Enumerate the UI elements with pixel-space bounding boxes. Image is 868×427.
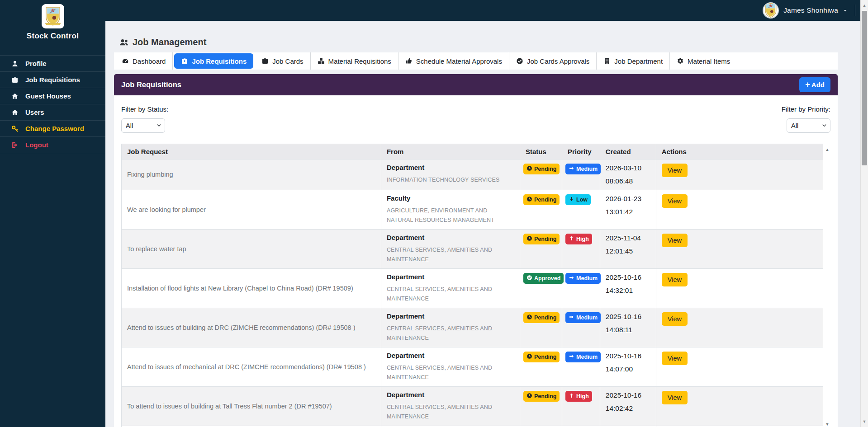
priority-badge: Low [565, 194, 591, 205]
logout-icon [11, 141, 19, 149]
column-header-job-request[interactable]: Job Request [122, 144, 381, 160]
status-cell: Pending [520, 387, 562, 426]
priority-badge: Medium [565, 352, 601, 362]
status-filter-label: Filter by Status: [121, 105, 168, 113]
topbar-divider [855, 5, 855, 16]
sidebar-item-label: Job Requisitions [25, 76, 80, 84]
tab-material-items[interactable]: Material Items [670, 52, 737, 70]
view-button[interactable]: View [662, 273, 688, 286]
column-header-created[interactable]: Created [600, 144, 656, 160]
tab-job-cards[interactable]: Job Cards [255, 52, 310, 70]
sidebar-item-change-password[interactable]: Change Password [0, 121, 105, 137]
created-cell: 2025-10-16 14:08:11 [600, 308, 656, 347]
add-button[interactable]: + Add [799, 77, 830, 92]
column-header-status[interactable]: Status [520, 144, 562, 160]
view-button[interactable]: View [662, 194, 688, 208]
sidebar-item-logout[interactable]: Logout [0, 137, 105, 153]
tab-material-requisitions[interactable]: Material Requisitions [311, 52, 398, 70]
user-menu[interactable]: James Shonhiwa [763, 2, 848, 19]
actions-cell: View [656, 160, 823, 190]
column-header-priority[interactable]: Priority [562, 144, 600, 160]
tab-job-requisitions[interactable]: Job Requisitions [174, 53, 253, 69]
job-requisitions-table: Job RequestFromStatusPriorityCreatedActi… [121, 144, 823, 427]
page-scrollbar-thumb[interactable] [862, 11, 867, 165]
created-date: 2025-10-16 [606, 312, 650, 321]
sidebar-item-users[interactable]: Users [0, 104, 105, 121]
status-badge: Pending [523, 352, 560, 362]
tab-label: Material Requisitions [328, 57, 391, 65]
page-scrollbar[interactable]: ▲ ▼ [860, 0, 868, 427]
clock-icon [526, 196, 532, 202]
table-row: Attend to issues of building at DRC (ZIM… [122, 308, 823, 347]
view-button[interactable]: View [662, 234, 688, 247]
sidebar: Stock Control Profile Job Requisitions G… [0, 0, 105, 427]
thumbs-up-icon [405, 57, 413, 65]
table-zone: Job RequestFromStatusPriorityCreatedActi… [121, 144, 830, 427]
from-type: Department [387, 391, 514, 399]
job-request-cell: To replace water tap [122, 230, 381, 269]
sidebar-item-profile[interactable]: Profile [0, 56, 105, 72]
from-cell: Department CENTRAL SERVICES, AMENITIES A… [381, 308, 520, 347]
sidebar-item-job-requisitions[interactable]: Job Requisitions [0, 72, 105, 88]
arrow-up-icon [569, 235, 574, 241]
created-date: 2026-01-23 [606, 194, 650, 203]
from-type: Department [387, 352, 514, 359]
arrow-down-icon [569, 196, 574, 202]
table-row: To replace water tap Department CENTRAL … [122, 230, 823, 269]
cogs-icon [677, 57, 684, 65]
created-date: 2025-10-16 [606, 352, 650, 361]
status-badge: Pending [523, 194, 560, 205]
from-cell: Faculty AGRICULTURE, ENVIRONMENT AND NAT… [381, 190, 520, 230]
priority-filter-select[interactable]: All [787, 118, 830, 133]
tab-job-department[interactable]: Job Department [597, 52, 670, 70]
from-cell: Department CENTRAL SERVICES, AMENITIES A… [381, 230, 520, 269]
tachometer-icon [122, 57, 129, 65]
view-button[interactable]: View [662, 352, 688, 365]
sidebar-item-label: Users [25, 108, 44, 116]
clock-icon [526, 165, 532, 171]
priority-cell: Medium [562, 308, 600, 347]
column-header-actions[interactable]: Actions [656, 144, 823, 160]
view-button[interactable]: View [662, 164, 688, 177]
priority-cell: High [562, 387, 600, 426]
priority-badge: High [565, 391, 592, 402]
avatar [763, 2, 779, 19]
table-scroll-up-icon[interactable]: ▲ [825, 148, 830, 152]
university-crest-icon [764, 3, 778, 18]
from-cell: Department CENTRAL SERVICES, AMENITIES A… [381, 269, 520, 308]
created-cell: 2026-01-23 13:01:42 [600, 190, 656, 230]
from-detail: CENTRAL SERVICES, AMENITIES AND MAINTENA… [387, 403, 514, 422]
table-scroll-down-icon[interactable]: ▼ [825, 422, 830, 427]
created-cell: 2026-03-10 08:06:48 [600, 160, 656, 190]
view-button[interactable]: View [662, 391, 688, 404]
briefcase-icon [261, 57, 269, 65]
tab-bar: Dashboard Job Requisitions Job Cards Mat… [114, 52, 838, 70]
tab-job-cards-approvals[interactable]: Job Cards Approvals [509, 52, 597, 70]
status-cell: Pending [520, 230, 562, 269]
created-date: 2026-03-10 [606, 164, 650, 173]
view-button[interactable]: View [662, 312, 688, 326]
main-content: Job Management Dashboard Job Requisition… [105, 21, 860, 427]
job-request-cell: Attend to issues of mechanical at DRC (Z… [122, 347, 381, 387]
priority-filter-label: Filter by Priority: [782, 105, 830, 113]
created-time: 08:06:48 [606, 177, 650, 186]
status-badge: Pending [523, 234, 560, 244]
created-date: 2025-11-04 [606, 234, 650, 243]
sidebar-item-guest-houses[interactable]: Guest Houses [0, 88, 105, 104]
tab-schedule-material-approvals[interactable]: Schedule Material Approvals [398, 52, 509, 70]
tab-dashboard[interactable]: Dashboard [115, 52, 173, 70]
table-header-row: Job RequestFromStatusPriorityCreatedActi… [122, 144, 823, 160]
from-type: Department [387, 234, 514, 241]
clock-icon [526, 235, 532, 241]
priority-cell: Low [562, 190, 600, 230]
from-detail: CENTRAL SERVICES, AMENITIES AND MAINTENA… [387, 363, 514, 382]
scroll-down-icon[interactable]: ▼ [861, 419, 868, 424]
column-header-from[interactable]: From [381, 144, 520, 160]
table-scrollbar[interactable]: ▲ ▼ [824, 144, 830, 427]
status-filter-select[interactable]: All [121, 118, 165, 133]
tab-label: Job Cards Approvals [527, 57, 589, 65]
scroll-up-icon[interactable]: ▲ [861, 3, 868, 8]
status-badge: Pending [523, 164, 560, 174]
sidebar-item-label: Guest Houses [25, 92, 71, 100]
check-circle-icon [516, 57, 523, 65]
